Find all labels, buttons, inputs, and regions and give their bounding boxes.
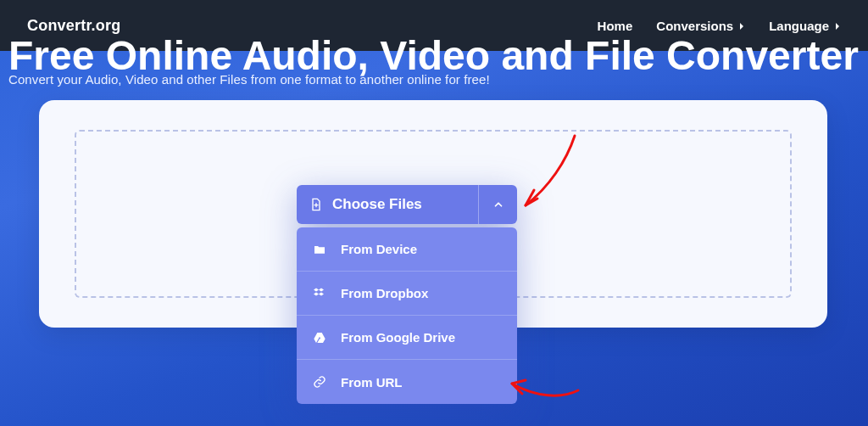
nav-home[interactable]: Home (598, 19, 633, 33)
chevron-up-icon (492, 199, 504, 210)
choose-files-group: Choose Files From Device From Dropbox Fr… (297, 185, 517, 404)
menu-item-dropbox[interactable]: From Dropbox (297, 272, 517, 316)
nav-language[interactable]: Language (769, 19, 841, 33)
dropbox-icon (312, 286, 327, 301)
menu-item-device[interactable]: From Device (297, 227, 517, 272)
choose-files-label: Choose Files (332, 196, 422, 213)
menu-item-url[interactable]: From URL (297, 360, 517, 404)
nav-conversions-label: Conversions (656, 19, 733, 33)
menu-item-url-label: From URL (341, 375, 403, 390)
choose-files-caret[interactable] (478, 185, 517, 224)
menu-item-device-label: From Device (341, 242, 417, 256)
page-subtitle: Convert your Audio, Video and other File… (8, 72, 490, 87)
nav-home-label: Home (598, 19, 633, 33)
nav-language-label: Language (769, 19, 829, 33)
menu-item-gdrive[interactable]: From Google Drive (297, 316, 517, 360)
file-add-icon (309, 197, 324, 212)
source-menu: From Device From Dropbox From Google Dri… (297, 227, 517, 404)
google-drive-icon (312, 330, 327, 345)
chevron-right-icon (740, 23, 743, 30)
nav-conversions[interactable]: Conversions (656, 19, 745, 33)
link-icon (312, 374, 327, 390)
chevron-right-icon (836, 23, 839, 30)
menu-item-dropbox-label: From Dropbox (341, 286, 428, 300)
menu-item-gdrive-label: From Google Drive (341, 330, 455, 345)
nav-links: Home Conversions Language (598, 19, 841, 33)
folder-icon (312, 242, 327, 257)
choose-files-button[interactable]: Choose Files (297, 185, 478, 224)
